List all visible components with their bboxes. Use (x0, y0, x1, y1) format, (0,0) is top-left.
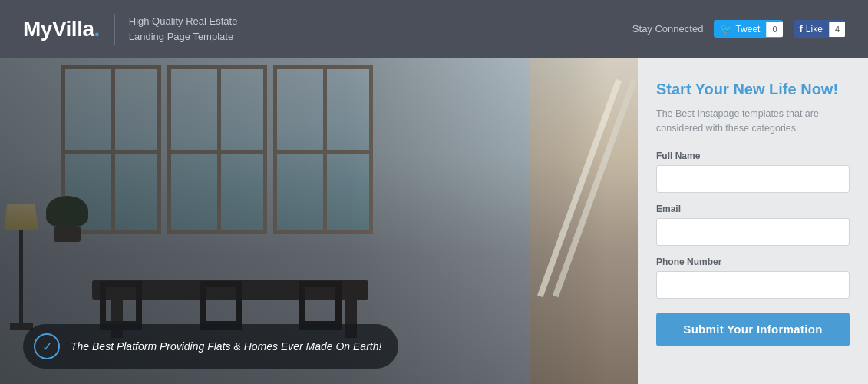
logo-divider (114, 14, 115, 45)
bottom-banner: ✓ The Best Platform Providing Flats & Ho… (23, 324, 398, 369)
full-name-label: Full Name (656, 151, 850, 161)
twitter-icon: 🐦 (720, 23, 732, 35)
header-right: Stay Connected 🐦 Tweet 0 f Like 4 (632, 20, 845, 38)
like-button-label: f Like (794, 20, 829, 38)
logo-wordmark: MyVilla (23, 17, 94, 41)
stay-connected-label: Stay Connected (632, 23, 704, 35)
tweet-label-text: Tweet (735, 24, 760, 35)
logo-dot: . (94, 17, 99, 41)
form-subtitle: The Best Instapage templates that are co… (656, 107, 850, 137)
full-name-input[interactable] (656, 165, 850, 193)
submit-button[interactable]: Submit Your Information (656, 313, 850, 346)
phone-input[interactable] (656, 271, 850, 299)
tweet-button-label: 🐦 Tweet (714, 20, 766, 38)
logo-area: MyVilla. High Quality Real Estate Landin… (23, 14, 256, 45)
logo-text: MyVilla. (23, 17, 100, 41)
tweet-count: 0 (766, 22, 782, 37)
tagline: High Quality Real Estate Landing Page Te… (129, 14, 256, 44)
phone-label: Phone Number (656, 257, 850, 267)
email-input[interactable] (656, 218, 850, 246)
form-panel: Start Your New Life Now! The Best Instap… (638, 58, 868, 384)
submit-button-label: Submit Your Information (683, 323, 822, 336)
form-title: Start Your New Life Now! (656, 79, 850, 99)
like-count: 4 (829, 22, 845, 37)
banner-text: The Best Platform Providing Flats & Home… (71, 340, 381, 353)
facebook-icon: f (800, 23, 803, 35)
logo: MyVilla. (23, 17, 100, 41)
email-label: Email (656, 204, 850, 214)
main-area: ✓ The Best Platform Providing Flats & Ho… (0, 58, 868, 384)
header: MyVilla. High Quality Real Estate Landin… (0, 0, 868, 58)
like-button[interactable]: f Like 4 (794, 20, 845, 38)
check-circle-icon: ✓ (34, 333, 60, 359)
like-label-text: Like (806, 24, 823, 35)
tweet-button[interactable]: 🐦 Tweet 0 (714, 20, 782, 38)
